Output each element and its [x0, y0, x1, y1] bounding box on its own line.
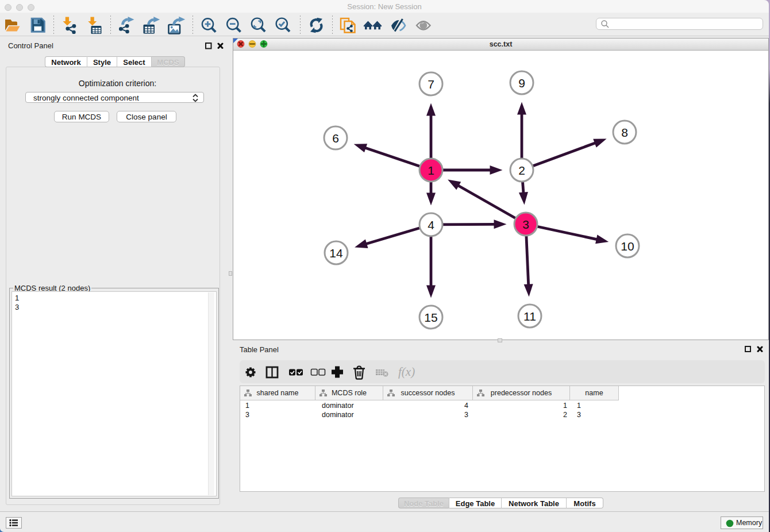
- svg-text:3: 3: [522, 218, 529, 231]
- svg-text:8: 8: [621, 126, 628, 139]
- svg-text:9: 9: [518, 76, 525, 90]
- svg-text:15: 15: [424, 311, 437, 324]
- svg-text:f(x): f(x): [398, 365, 415, 379]
- svg-text:2: 2: [518, 164, 525, 177]
- svg-text:6: 6: [332, 132, 339, 145]
- svg-text:4: 4: [428, 218, 434, 232]
- svg-text:14: 14: [329, 246, 343, 260]
- svg-text:7: 7: [428, 78, 434, 91]
- svg-text:11: 11: [523, 310, 536, 323]
- svg-text:10: 10: [621, 240, 634, 253]
- svg-text:1: 1: [428, 164, 434, 177]
